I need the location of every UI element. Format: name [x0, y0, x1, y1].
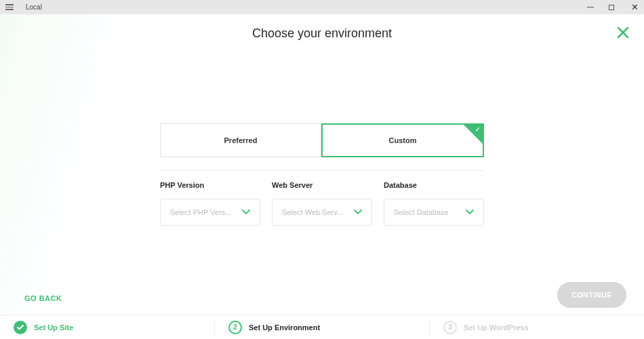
- window-maximize-button[interactable]: [609, 5, 617, 10]
- chevron-down-icon: [466, 210, 474, 215]
- php-version-select[interactable]: Select PHP Vers...: [160, 199, 260, 226]
- go-back-button[interactable]: GO BACK: [24, 294, 62, 302]
- chevron-down-icon: [354, 210, 362, 215]
- stepper: Set Up Site 2 Set Up Environment 3 Set U…: [0, 315, 644, 339]
- close-icon[interactable]: [617, 26, 629, 41]
- web-server-label: Web Server: [272, 181, 372, 189]
- database-label: Database: [384, 181, 484, 189]
- check-icon: ✓: [475, 126, 481, 133]
- divider: [160, 170, 484, 171]
- web-server-placeholder: Select Web Serv...: [282, 208, 343, 216]
- database-placeholder: Select Database: [394, 208, 449, 216]
- app-name: Local: [26, 3, 42, 11]
- web-server-select[interactable]: Select Web Serv...: [272, 199, 372, 226]
- step-number: 3: [443, 321, 457, 334]
- step-label: Set Up WordPress: [464, 323, 529, 332]
- php-version-label: PHP Version: [160, 181, 260, 189]
- environment-segmented-control: Preferred ✓ Custom: [160, 123, 484, 157]
- option-preferred-label: Preferred: [224, 136, 258, 144]
- step-label: Set Up Environment: [249, 323, 320, 332]
- step-setup-environment[interactable]: 2 Set Up Environment: [215, 321, 429, 334]
- step-check-icon: [14, 321, 27, 334]
- option-custom[interactable]: ✓ Custom: [321, 123, 484, 157]
- page-title: Choose your environment: [0, 14, 644, 41]
- chevron-down-icon: [242, 210, 250, 215]
- continue-button[interactable]: CONTINUE: [557, 282, 626, 308]
- php-version-placeholder: Select PHP Vers...: [170, 208, 231, 216]
- main-content: Choose your environment Preferred ✓ Cust…: [0, 14, 644, 315]
- option-custom-label: Custom: [389, 136, 417, 144]
- step-number: 2: [228, 321, 242, 334]
- step-setup-wordpress[interactable]: 3 Set Up WordPress: [430, 321, 644, 334]
- window-close-button[interactable]: ✕: [630, 2, 639, 12]
- titlebar: Local ✕: [0, 0, 644, 14]
- step-label: Set Up Site: [34, 323, 73, 332]
- option-preferred[interactable]: Preferred: [160, 123, 321, 157]
- menu-icon[interactable]: [5, 4, 14, 10]
- window-minimize-button[interactable]: [587, 7, 595, 7]
- database-select[interactable]: Select Database: [384, 199, 484, 226]
- config-row: PHP Version Select PHP Vers... Web Serve…: [160, 181, 484, 226]
- step-setup-site[interactable]: Set Up Site: [0, 321, 214, 334]
